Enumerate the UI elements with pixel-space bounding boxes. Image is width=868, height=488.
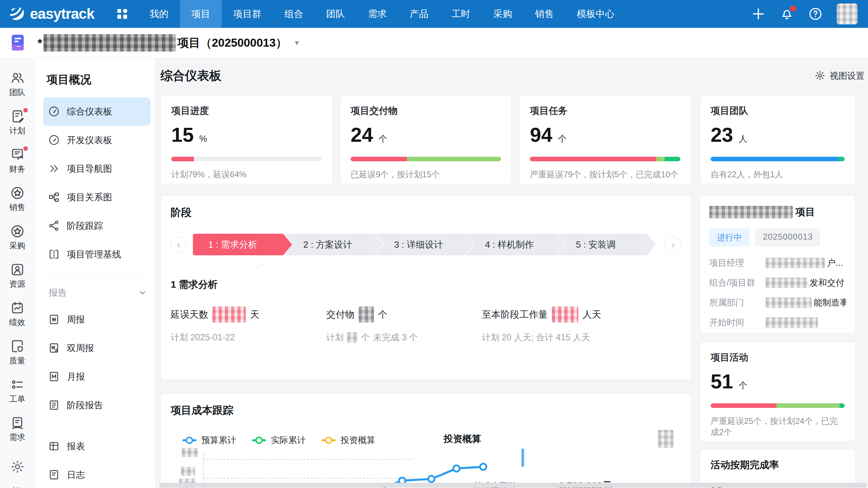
sidebar-item-biweekly-report[interactable]: 双周报 (43, 334, 150, 362)
stat-note: 自有22人，外包1人 (711, 169, 845, 180)
nav-item-team[interactable]: 团队 (315, 0, 357, 28)
project-code-badge: 2025000013 (755, 228, 820, 247)
stage-detail-heading: 1 需求分析 (171, 278, 681, 291)
rail-item-procurement[interactable]: 采购 (9, 224, 25, 251)
stat-card-team: 项目团队 23 人 自有22人，外包1人 (700, 95, 855, 184)
progress-bar (711, 403, 845, 408)
settings-gear-icon[interactable] (10, 454, 25, 480)
rail-item-team[interactable]: 团队 (9, 71, 25, 98)
redacted-value (212, 307, 246, 323)
stat-title: 项目交付物 (351, 104, 501, 117)
chart-legend: 预算累计 实际累计 投资概算 (182, 434, 681, 446)
rail-item-finance[interactable]: 财务 (9, 147, 25, 175)
stat-unit: 个 (558, 133, 567, 145)
sidebar-item-management-baseline[interactable]: 项目管理基线 (43, 240, 150, 269)
redacted-project-name (709, 206, 793, 218)
sidebar-item-report-table[interactable]: 报表 (43, 432, 150, 460)
stat-value: 94 (530, 125, 553, 145)
sidebar-title: 项目概况 (47, 72, 148, 87)
add-icon[interactable] (751, 7, 766, 21)
legend-actual-cumulative[interactable]: 实际累计 (252, 434, 306, 446)
stat-value: 24 (351, 125, 373, 145)
sidebar-item-stage-report[interactable]: 阶段报告 (43, 391, 150, 419)
primary-nav: 我的 项目 项目群 组合 团队 需求 产品 工时 采购 销售 模板中心 (138, 0, 626, 28)
stat-value: 15 (171, 125, 194, 145)
rail-item-performance[interactable]: 绩效 (9, 301, 25, 328)
sidebar-item-log[interactable]: 日志 (43, 460, 150, 488)
sidebar-section-reports[interactable]: 报告 (43, 280, 150, 305)
user-avatar[interactable] (837, 3, 858, 24)
stage-chevron-2[interactable]: 2 : 方案设计 (284, 234, 383, 255)
brand-text: easytrack (30, 6, 94, 22)
legend-investment-estimate[interactable]: 投资概算 (322, 434, 375, 446)
project-info-title: 项目 (709, 206, 846, 219)
nav-item-portfolio[interactable]: 组合 (273, 0, 315, 28)
project-title-prefix: * (38, 36, 42, 50)
stage-metric-deliverables: 交付物 个 计划 个 未完成 3 个 (326, 307, 482, 343)
sales-star-icon (10, 186, 25, 200)
sidebar-item-dev-dashboard[interactable]: 开发仪表板 (43, 126, 150, 154)
notification-bell-icon[interactable] (780, 7, 794, 21)
rail-item-plan[interactable]: 计划 (9, 109, 25, 136)
status-badge: 进行中 (709, 228, 750, 247)
stage-chevron-1-active[interactable]: 1 : 需求分析 (193, 234, 292, 255)
nav-item-product[interactable]: 产品 (398, 0, 440, 28)
rail-item-workorder[interactable]: 工单 (9, 377, 25, 404)
stage-metric-workload: 至本阶段工作量 人天 计划 20 人天; 合计 415 人天 (482, 307, 638, 343)
redacted-value (766, 297, 812, 308)
project-switch-caret-icon[interactable]: ▼ (294, 39, 300, 47)
legend-marker (322, 439, 336, 441)
legend-budget-cumulative[interactable]: 预算累计 (182, 434, 236, 446)
sidebar-item-composite-dashboard[interactable]: 综合仪表板 (43, 97, 150, 126)
stage-report-icon (48, 399, 60, 411)
stage-chevron-5[interactable]: 5 : 安装调 (556, 234, 656, 255)
legend-marker (182, 439, 196, 441)
horizontal-scrollbar[interactable] (159, 483, 867, 488)
chevron-down-icon (138, 288, 147, 297)
nav-item-my[interactable]: 我的 (138, 0, 180, 28)
redacted-value (658, 430, 673, 448)
stage-chevron-4[interactable]: 4 : 样机制作 (466, 234, 565, 255)
sidebar-item-navigation-map[interactable]: 项目导航图 (43, 154, 150, 183)
help-icon[interactable] (808, 7, 823, 21)
nav-item-template-center[interactable]: 模板中心 (565, 0, 626, 28)
rail-item-quality[interactable]: 质量 (9, 339, 25, 366)
sidebar-item-monthly-report[interactable]: 月报 (43, 362, 150, 391)
info-field-start-date: 开始时间 (709, 317, 846, 328)
stat-unit: % (200, 134, 207, 144)
sidebar-item-stage-tracking[interactable]: 阶段跟踪 (43, 211, 150, 240)
sidebar-item-weekly-report[interactable]: 周报 (43, 305, 150, 334)
info-field-manager: 项目经理 户... (709, 257, 846, 269)
investment-bar (522, 449, 524, 467)
nav-item-demand[interactable]: 需求 (357, 0, 398, 28)
nav-item-timesheet[interactable]: 工时 (440, 0, 482, 28)
view-settings-button[interactable]: 视图设置 (814, 70, 865, 82)
stage-chevron-3[interactable]: 3 : 详细设计 (375, 234, 474, 255)
nav-item-project[interactable]: 项目 (180, 0, 222, 28)
progress-bar (351, 157, 501, 161)
nav-item-program[interactable]: 项目群 (222, 0, 273, 28)
stat-card-deliverables: 项目交付物 24 个 已延误9个，按计划15个 (340, 95, 512, 184)
rail-item-demand[interactable]: 需求 (9, 416, 25, 443)
stage-next-button[interactable]: › (665, 237, 681, 253)
sidebar-item-relationship-map[interactable]: 项目关系图 (43, 183, 150, 211)
rail-item-sales[interactable]: 销售 (9, 186, 25, 213)
easytrack-logo[interactable]: easytrack (0, 5, 100, 23)
sidebar-divider (45, 274, 148, 274)
stage-prev-button[interactable]: ‹ (171, 237, 187, 253)
expand-rail-icon[interactable] (11, 480, 24, 488)
page-title: 综合仪表板 (161, 68, 221, 84)
apps-grid-icon[interactable] (115, 7, 129, 21)
nav-item-sales[interactable]: 销售 (524, 0, 565, 28)
plan-alert-dot (23, 108, 28, 113)
completion-rate-panel: 活动按期完成率 0 (700, 449, 855, 488)
app-body: 团队 计划 财务 销售 (0, 58, 868, 488)
nav-item-procurement[interactable]: 采购 (482, 0, 524, 28)
log-icon (48, 469, 60, 481)
redacted-value (347, 332, 358, 343)
stats-row: 项目进度 15 % 计划79%，延误64% 项目交付物 24 (161, 95, 691, 184)
stat-title: 项目任务 (530, 104, 680, 117)
rail-item-resource[interactable]: 资源 (9, 262, 25, 289)
stage-detail: 1 需求分析 延误天数 天 计划 2025-01-22 (171, 278, 681, 343)
stat-unit: 个 (739, 380, 748, 391)
